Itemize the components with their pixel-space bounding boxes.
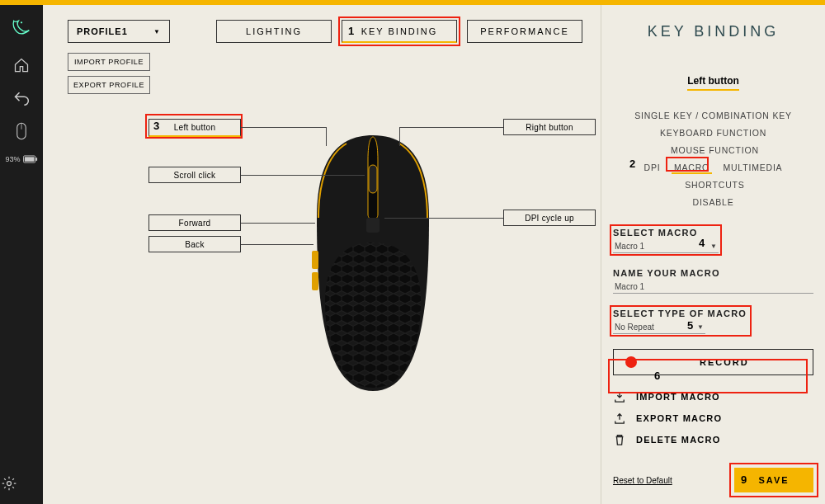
svg-rect-8 (369, 165, 377, 193)
leader-line (399, 127, 503, 128)
mouse-image (307, 135, 439, 391)
tab-performance[interactable]: PERFORMANCE (467, 20, 582, 43)
back-icon[interactable] (12, 89, 31, 107)
import-macro-label: IMPORT MACRO (636, 392, 720, 402)
cat-mouse-function[interactable]: MOUSE FUNCTION (668, 145, 761, 155)
import-icon (613, 390, 626, 403)
cat-multimedia[interactable]: MULTIMEDIA (720, 163, 785, 172)
export-icon (613, 412, 626, 425)
record-dot-icon (625, 356, 637, 368)
name-macro-label: NAME YOUR MACRO (613, 268, 813, 278)
step-2-label: 2 (629, 158, 635, 170)
name-macro-value: Macro 1 (615, 282, 644, 291)
chevron-down-icon: ▼ (153, 28, 161, 35)
tab-performance-label: PERFORMANCE (480, 26, 569, 36)
mouse-label-scroll-text: Scroll click (174, 171, 216, 180)
leader-line (241, 223, 315, 224)
select-macro-label: SELECT MACRO (613, 228, 813, 238)
type-macro-value: No Repeat (615, 323, 654, 332)
mouse-label-dpi-text: DPI cycle up (525, 214, 574, 223)
chevron-down-icon: ▼ (710, 243, 717, 250)
step-4-label: 4 (699, 237, 705, 249)
cat-shortcuts[interactable]: SHORTCUTS (682, 180, 747, 190)
svg-point-6 (7, 482, 12, 486)
type-macro-label: SELECT TYPE OF MACRO (613, 309, 813, 318)
step-9-label: 9 (741, 473, 747, 486)
svg-rect-4 (24, 157, 34, 161)
panel-subtitle: Left button (687, 75, 739, 91)
cat-single-key[interactable]: SINGLE KEY / COMBINATION KEY (632, 111, 794, 120)
tab-key-binding[interactable]: KEY BINDING (342, 20, 457, 43)
battery-status: 93% (5, 155, 37, 163)
leader-line (241, 244, 314, 245)
cat-macro[interactable]: MACRO (672, 163, 712, 174)
settings-icon[interactable] (0, 474, 18, 492)
mouse-label-right-text: Right button (526, 123, 573, 132)
step-5-label: 5 (687, 319, 693, 332)
import-profile-label: IMPORT PROFILE (74, 58, 144, 66)
tab-lighting-label: LIGHTING (246, 26, 302, 36)
export-profile-label: EXPORT PROFILE (73, 81, 144, 89)
battery-percent: 93% (5, 155, 20, 163)
panel-title: KEY BINDING (613, 23, 813, 40)
profile-select[interactable]: PROFILE1 ▼ (68, 20, 170, 43)
export-profile-button[interactable]: EXPORT PROFILE (68, 76, 150, 94)
step-1-label: 1 (348, 25, 354, 37)
svg-point-0 (21, 21, 22, 23)
step-6-label: 6 (654, 370, 660, 382)
reset-default-link[interactable]: Reset to Default (613, 476, 672, 485)
brand-logo-icon (9, 13, 34, 41)
mouse-diagram: Left button 3 Right button Scroll click … (43, 96, 601, 504)
mouse-device-icon[interactable] (12, 122, 31, 140)
tab-key-binding-label: KEY BINDING (361, 26, 438, 36)
svg-rect-11 (312, 272, 318, 290)
delete-macro-button[interactable]: DELETE MACRO (613, 433, 813, 446)
svg-rect-10 (312, 251, 318, 269)
name-macro-input[interactable]: Macro 1 (613, 280, 813, 294)
mouse-label-left-text: Left button (174, 123, 216, 132)
import-macro-button[interactable]: IMPORT MACRO (613, 390, 813, 403)
leader-line (384, 218, 503, 219)
leader-line (241, 175, 365, 176)
mouse-label-dpi-cycle[interactable]: DPI cycle up (503, 210, 596, 226)
left-sidebar: 93% (0, 5, 43, 504)
mouse-label-back-text: Back (185, 240, 204, 249)
export-macro-label: EXPORT MACRO (636, 413, 722, 423)
chevron-down-icon: ▼ (697, 323, 704, 331)
record-button[interactable]: RECORD (613, 349, 813, 375)
select-macro-value: Macro 1 (615, 242, 644, 251)
trash-icon (613, 433, 626, 446)
svg-rect-9 (366, 218, 380, 233)
mouse-label-forward-text: Forward (179, 219, 211, 228)
mouse-label-back[interactable]: Back (148, 236, 241, 252)
cat-disable[interactable]: DISABLE (691, 197, 737, 207)
key-binding-panel: KEY BINDING Left button SINGLE KEY / COM… (601, 5, 825, 504)
mouse-label-forward[interactable]: Forward (148, 214, 241, 231)
cat-keyboard-function[interactable]: KEYBOARD FUNCTION (658, 128, 769, 138)
home-icon[interactable] (12, 56, 31, 74)
mouse-label-scroll-click[interactable]: Scroll click (148, 167, 241, 183)
import-profile-button[interactable]: IMPORT PROFILE (68, 53, 150, 71)
main-content: PROFILE1 ▼ LIGHTING KEY BINDING 1 PERFOR… (43, 5, 601, 504)
delete-macro-label: DELETE MACRO (636, 435, 720, 445)
main-tabs: LIGHTING KEY BINDING 1 PERFORMANCE (216, 20, 582, 43)
binding-category-list: SINGLE KEY / COMBINATION KEY KEYBOARD FU… (613, 107, 813, 211)
leader-line (241, 127, 327, 128)
profile-selected-text: PROFILE1 (77, 26, 128, 36)
record-label: RECORD (700, 357, 749, 367)
cat-dpi[interactable]: DPI (642, 163, 663, 172)
svg-rect-5 (35, 158, 37, 161)
step-3-label: 3 (153, 120, 159, 132)
export-macro-button[interactable]: EXPORT MACRO (613, 412, 813, 425)
mouse-label-left-button[interactable]: Left button (148, 119, 241, 137)
mouse-label-right-button[interactable]: Right button (503, 119, 596, 135)
tab-lighting[interactable]: LIGHTING (216, 20, 332, 43)
save-label: SAVE (758, 475, 789, 485)
